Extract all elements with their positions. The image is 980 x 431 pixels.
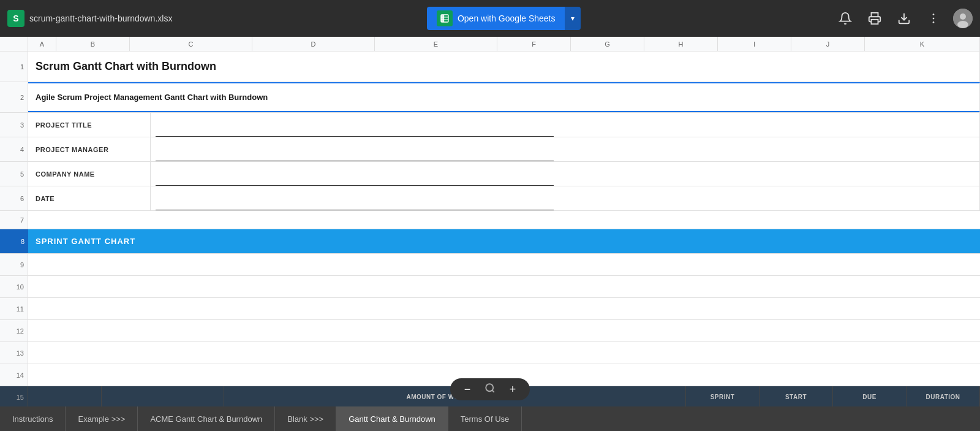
table-row: 5 COMPANY NAME (0, 162, 980, 186)
col15-b (102, 386, 224, 406)
svg-point-8 (933, 18, 935, 20)
svg-rect-5 (872, 20, 878, 24)
col-header-d: D (252, 37, 375, 51)
spreadsheet-title[interactable]: Scrum Gantt Chart with Burndown (28, 51, 980, 82)
open-with-sheets-button[interactable]: Open with Google Sheets (427, 7, 565, 30)
table-row: 10 (0, 276, 980, 298)
company-name-underline (156, 174, 554, 186)
date-underline (156, 198, 554, 210)
filename-label: scrum-gantt-chart-with-burndown.xlsx (29, 13, 172, 23)
row-number: 12 (0, 320, 28, 341)
right-icons-area (835, 9, 973, 28)
col-header-c: C (130, 37, 252, 51)
tab-terms[interactable]: Terms Of Use (448, 406, 522, 431)
row-content: Agile Scrum Project Management Gantt Cha… (28, 82, 980, 112)
table-row: 9 (0, 254, 980, 276)
row-number: 13 (0, 342, 28, 364)
sprint-gantt-header: SPRINT GANTT CHART (28, 229, 980, 253)
tab-gantt-chart[interactable]: Gantt Chart & Burndown (336, 406, 448, 431)
row-number: 15 (0, 386, 28, 406)
svg-rect-0 (441, 15, 444, 22)
project-title-input[interactable] (151, 113, 980, 137)
svg-point-13 (486, 384, 493, 391)
table-row: 2 Agile Scrum Project Management Gantt C… (0, 82, 980, 113)
table-row: 3 PROJECT TITLE (0, 113, 980, 137)
sheets-logo-icon: S (7, 10, 24, 27)
col-header-h: H (644, 37, 718, 51)
top-bar: S scrum-gantt-chart-with-burndown.xlsx O… (0, 0, 980, 37)
row-number: 1 (0, 51, 28, 82)
row-content (28, 276, 980, 297)
row-number: 7 (0, 211, 28, 229)
zoom-controls: − + (450, 378, 530, 400)
col15-due: DUE (833, 386, 907, 406)
table-row: 6 DATE (0, 186, 980, 211)
project-title-underline (156, 124, 554, 137)
bottom-area: − + Instructions Example >>> ACME Gantt … (0, 406, 980, 431)
center-area: Open with Google Sheets ▾ (178, 7, 829, 30)
col-header-f: F (497, 37, 571, 51)
col-header-k: K (865, 37, 980, 51)
table-row: 12 (0, 320, 980, 342)
project-manager-underline (156, 149, 554, 161)
row-content: Scrum Gantt Chart with Burndown (28, 51, 980, 82)
project-manager-label: PROJECT MANAGER (28, 137, 151, 161)
sheet-body: 1 Scrum Gantt Chart with Burndown 2 Agil… (0, 51, 980, 406)
spreadsheet: A B C D E F G H I J K 1 Scrum Gantt Char… (0, 37, 980, 406)
tab-example[interactable]: Example >>> (66, 406, 138, 431)
bell-icon[interactable] (835, 9, 855, 28)
project-manager-input[interactable] (151, 137, 980, 161)
table-row: 11 (0, 298, 980, 320)
row-number: 5 (0, 162, 28, 186)
dropdown-arrow-icon: ▾ (571, 14, 575, 23)
tab-blank[interactable]: Blank >>> (275, 406, 336, 431)
column-headers: A B C D E F G H I J K (0, 37, 980, 51)
user-avatar[interactable] (953, 9, 973, 28)
svg-point-9 (933, 21, 935, 23)
row-number: 4 (0, 137, 28, 161)
sheets-icon (437, 10, 453, 26)
tab-acme[interactable]: ACME Gantt Chart & Burndown (138, 406, 275, 431)
col-header-b: B (56, 37, 130, 51)
row-content: PROJECT TITLE (28, 113, 980, 137)
row-content: SPRINT GANTT CHART (28, 229, 980, 253)
table-row: 7 (0, 211, 980, 229)
row-number: 10 (0, 276, 28, 297)
table-row: 13 (0, 342, 980, 364)
print-icon[interactable] (865, 9, 884, 28)
open-sheets-label: Open with Google Sheets (458, 13, 556, 23)
date-label: DATE (28, 186, 151, 210)
zoom-out-button[interactable]: − (460, 382, 475, 397)
open-sheets-dropdown-button[interactable]: ▾ (565, 7, 581, 30)
zoom-icon (484, 383, 496, 396)
project-title-label: PROJECT TITLE (28, 113, 151, 137)
svg-point-7 (933, 13, 935, 15)
row-number: 11 (0, 298, 28, 319)
download-icon[interactable] (894, 9, 914, 28)
row-content: PROJECT MANAGER (28, 137, 980, 161)
table-row: 4 PROJECT MANAGER (0, 137, 980, 162)
col15-start: START (760, 386, 833, 406)
row-content (28, 320, 980, 341)
table-row: 1 Scrum Gantt Chart with Burndown (0, 51, 980, 82)
svg-line-14 (492, 390, 494, 392)
row-number: 6 (0, 186, 28, 210)
col-header-a: A (28, 37, 56, 51)
tab-instructions[interactable]: Instructions (0, 406, 66, 431)
col15-sprint: SPRINT (686, 386, 760, 406)
zoom-in-button[interactable]: + (505, 382, 520, 397)
more-options-icon[interactable] (924, 9, 943, 28)
row-content: COMPANY NAME (28, 162, 980, 186)
col-header-i: I (718, 37, 791, 51)
spreadsheet-subtitle[interactable]: Agile Scrum Project Management Gantt Cha… (28, 82, 980, 112)
row-number: 9 (0, 254, 28, 275)
row-number: 8 (0, 229, 28, 253)
company-name-input[interactable] (151, 162, 980, 186)
date-input[interactable] (151, 186, 980, 210)
svg-point-11 (960, 13, 966, 20)
company-name-label: COMPANY NAME (28, 162, 151, 186)
row-content (28, 211, 980, 229)
row-content (28, 254, 980, 275)
logo-area: S scrum-gantt-chart-with-burndown.xlsx (7, 10, 172, 27)
row-number: 14 (0, 364, 28, 386)
